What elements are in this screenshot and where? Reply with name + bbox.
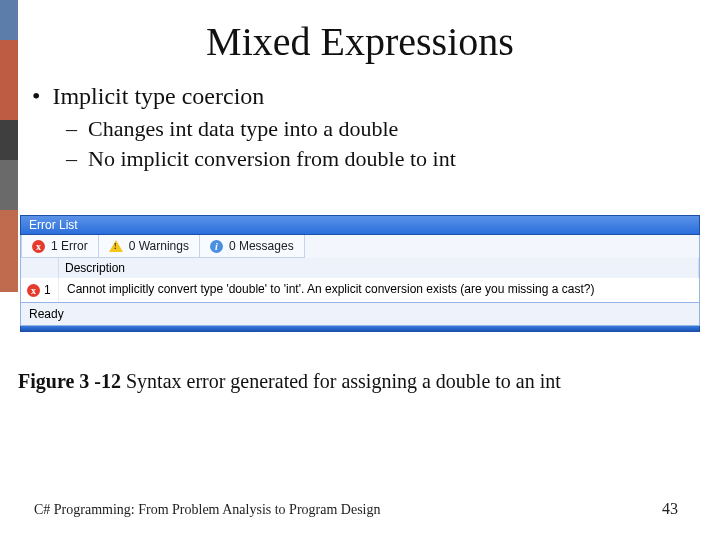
warnings-tab-label: 0 Warnings [129,239,189,253]
error-list-toolbar: x 1 Error 0 Warnings i 0 Messages [20,235,700,258]
info-icon: i [210,240,223,253]
bullet-l1-text: Implicit type coercion [52,83,264,109]
error-list-row[interactable]: x 1 Cannot implicitly convert type 'doub… [21,278,699,302]
panel-bottom-border [20,326,700,332]
header-index-col [21,258,59,278]
error-list-title-text: Error List [29,218,78,232]
figure-caption: Figure 3 -12 Syntax error generated for … [18,370,702,393]
status-bar: Ready [20,303,700,326]
bullet-level2: – Changes int data type into a double [66,114,692,144]
errors-tab[interactable]: x 1 Error [21,235,99,258]
error-icon: x [27,284,40,297]
status-text: Ready [29,307,64,321]
footer-book-title: C# Programming: From Problem Analysis to… [34,502,381,518]
row-message-cell: Cannot implicitly convert type 'double' … [59,278,699,302]
row-index-cell: x 1 [21,278,59,302]
error-list-panel: Error List x 1 Error 0 Warnings i 0 Mess… [20,215,700,332]
bullet-l2a-text: Changes int data type into a double [88,116,398,141]
messages-tab[interactable]: i 0 Messages [200,235,305,258]
figure-label: Figure 3 -12 [18,370,121,392]
slide-title: Mixed Expressions [0,18,720,65]
bullet-level1: • Implicit type coercion [32,80,692,112]
row-index: 1 [44,283,51,297]
bullet-list: • Implicit type coercion – Changes int d… [32,80,692,174]
bullet-level2: – No implicit conversion from double to … [66,144,692,174]
warning-icon [109,240,123,252]
footer-page-number: 43 [662,500,678,518]
error-icon: x [32,240,45,253]
warnings-tab[interactable]: 0 Warnings [99,235,200,258]
figure-text: Syntax error generated for assigning a d… [121,370,561,392]
header-description-col[interactable]: Description [59,258,699,278]
error-list-grid: Description x 1 Cannot implicitly conver… [20,258,700,303]
errors-tab-label: 1 Error [51,239,88,253]
messages-tab-label: 0 Messages [229,239,294,253]
bullet-l2b-text: No implicit conversion from double to in… [88,146,456,171]
error-list-header-row: Description [21,258,699,278]
error-list-titlebar: Error List [20,215,700,235]
